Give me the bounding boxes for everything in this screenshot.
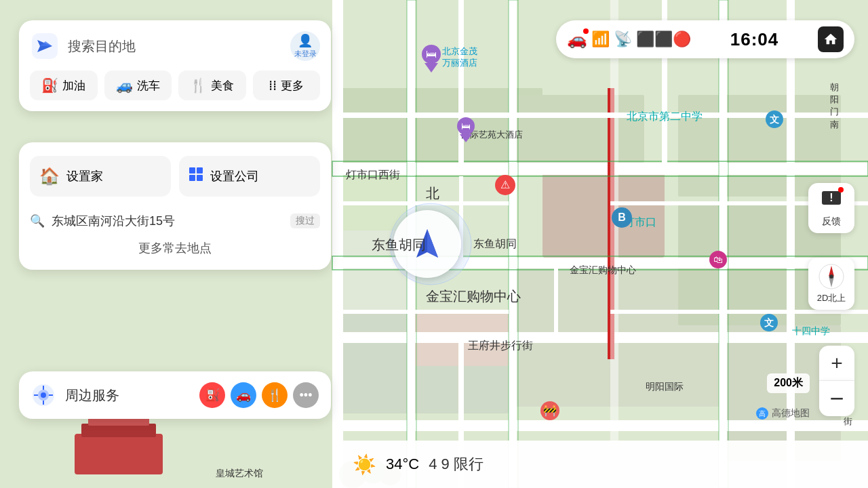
status-time: 16:04 <box>730 29 779 50</box>
svg-rect-71 <box>197 167 203 174</box>
svg-rect-19 <box>332 0 343 488</box>
quick-buttons: ⛽ 加油 🚙 洗车 🍴 美食 ⁞⁞ 更多 <box>30 70 320 100</box>
set-company-button[interactable]: 设置公司 <box>179 156 320 197</box>
feedback-button[interactable]: ! 反馈 <box>808 183 854 233</box>
gaode-logo-icon: 高 <box>755 407 769 420</box>
svg-marker-66 <box>427 229 438 258</box>
search-panel: 搜索目的地 👤 未登录 ⛽ 加油 🚙 洗车 🍴 美食 ⁞⁞ 更多 <box>19 20 331 111</box>
nearby-more-tag[interactable]: ••• <box>293 382 319 408</box>
svg-marker-51 <box>460 134 472 142</box>
south-label: 金宝汇购物中心 <box>426 287 521 306</box>
road-cone[interactable]: 🚧 <box>539 400 561 424</box>
svg-rect-9 <box>678 95 841 197</box>
svg-rect-5 <box>509 95 644 163</box>
svg-rect-13 <box>542 169 665 258</box>
svg-text:文: 文 <box>770 114 779 125</box>
west-label: 东鱼胡同 <box>372 236 426 254</box>
car-icon-wrap: 🚗 <box>567 30 587 49</box>
carwash-icon: 🚙 <box>116 77 133 94</box>
svg-text:🚧: 🚧 <box>543 404 557 417</box>
gaode-logo-text: 高德地图 <box>772 407 810 420</box>
zoom-in-button[interactable]: + <box>819 346 854 381</box>
svg-text:⚠: ⚠ <box>500 179 510 190</box>
hotel-marker-1[interactable]: 🛏 <box>420 44 442 75</box>
more-icon: ⁞⁞ <box>269 77 277 94</box>
battery-icon: ⬛⬛🔴 <box>636 30 691 48</box>
nearby-panel: 周边服务 ⛽ 🚗 🍴 ••• <box>19 371 331 419</box>
metro-marker[interactable]: B <box>610 206 633 232</box>
hotel-marker-2[interactable]: 🛏 <box>456 117 476 145</box>
home-button[interactable] <box>818 26 844 52</box>
nearby-gas-tag[interactable]: ⛽ <box>199 382 225 408</box>
school-marker[interactable]: 文 <box>765 110 784 131</box>
food-button[interactable]: 🍴 美食 <box>178 70 246 100</box>
compass-label: 2D北上 <box>817 293 846 304</box>
scale-indicator: 200米 <box>767 373 810 393</box>
nearby-tags: ⛽ 🚗 🍴 ••• <box>199 382 319 408</box>
school-marker-2[interactable]: 文 <box>760 313 778 335</box>
gaode-logo: 高 高德地图 <box>755 407 810 420</box>
feedback-label: 反馈 <box>822 216 841 228</box>
svg-text:!: ! <box>829 192 833 203</box>
svg-point-76 <box>41 392 46 398</box>
svg-rect-21 <box>509 0 517 488</box>
gas-icon: ⛽ <box>41 77 58 94</box>
svg-text:高: 高 <box>759 410 766 418</box>
nearby-carwash-tag[interactable]: 🚗 <box>231 382 256 408</box>
food-icon: 🍴 <box>190 77 207 94</box>
svg-text:🛍: 🛍 <box>713 254 723 265</box>
gas-button[interactable]: ⛽ 加油 <box>30 70 98 100</box>
svg-rect-40 <box>75 434 163 474</box>
wifi-icon: 📶 <box>591 30 610 48</box>
carwash-button[interactable]: 🚙 洗车 <box>104 70 172 100</box>
home-shortcut-icon: 🏠 <box>39 167 60 186</box>
svg-text:B: B <box>618 211 626 223</box>
zoom-out-icon: − <box>829 384 844 413</box>
feedback-notification-dot <box>838 187 844 192</box>
feedback-icon-wrap: ! <box>821 188 842 213</box>
more-button[interactable]: ⁞⁞ 更多 <box>253 70 321 100</box>
user-avatar[interactable]: 👤 未登录 <box>290 31 320 61</box>
status-bar: 🚗 📶 📡 ⬛⬛🔴 16:04 <box>556 20 854 58</box>
svg-rect-72 <box>189 175 195 181</box>
svg-rect-22 <box>610 0 618 488</box>
signal-icon: 📡 <box>614 30 632 48</box>
history-item[interactable]: 🔍 东城区南河沿大街15号 搜过 <box>30 210 320 232</box>
zoom-in-icon: + <box>831 352 843 375</box>
svg-text:🛏: 🛏 <box>461 121 471 131</box>
svg-rect-73 <box>197 175 203 181</box>
company-shortcut-icon <box>189 167 203 186</box>
more-places-button[interactable]: 更多常去地点 <box>30 232 320 256</box>
compass-button[interactable]: 2D北上 <box>808 258 854 310</box>
svg-point-86 <box>829 274 833 279</box>
north-label: 北 <box>426 184 439 203</box>
svg-text:文: 文 <box>764 317 774 328</box>
status-icons: 🚗 📶 📡 ⬛⬛🔴 <box>567 30 691 49</box>
set-home-button[interactable]: 🏠 设置家 <box>30 156 171 197</box>
login-label: 未登录 <box>294 49 317 59</box>
svg-rect-23 <box>719 0 727 488</box>
zoom-out-button[interactable]: − <box>819 381 854 416</box>
search-row: 搜索目的地 👤 未登录 <box>30 31 320 61</box>
shopping-marker[interactable]: 🛍 <box>708 249 728 272</box>
compass-icon <box>818 263 845 290</box>
shortcuts-row: 🏠 设置家 设置公司 <box>30 156 320 197</box>
bottom-bar: ☀️ 34°C 4 9 限行 <box>339 441 868 488</box>
weather-temp: 34°C <box>386 455 419 473</box>
car-notification-dot <box>583 28 589 34</box>
alert-marker[interactable]: ⚠ <box>494 174 517 199</box>
weather-icon: ☀️ <box>353 453 376 476</box>
nearby-food-tag[interactable]: 🍴 <box>262 382 288 408</box>
svg-marker-48 <box>425 63 438 73</box>
search-logo <box>30 31 60 61</box>
svg-rect-70 <box>189 167 195 174</box>
svg-text:🛏: 🛏 <box>426 48 437 60</box>
search-input[interactable]: 搜索目的地 <box>68 37 282 56</box>
traffic-restriction: 4 9 限行 <box>429 454 484 474</box>
middle-panel: 🏠 设置家 设置公司 🔍 东城区南河沿大街15号 搜过 更多常去地点 <box>19 142 331 270</box>
nearby-service-icon <box>31 383 56 407</box>
search-history-icon: 🔍 <box>30 214 45 228</box>
